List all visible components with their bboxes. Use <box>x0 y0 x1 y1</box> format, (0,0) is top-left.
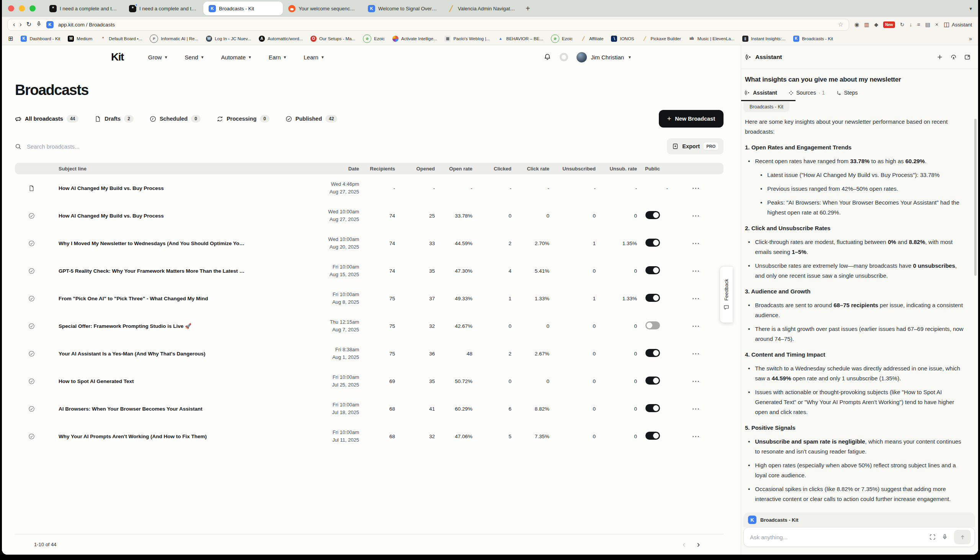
user-menu[interactable]: Jim Christian ▼ <box>576 52 632 62</box>
public-toggle[interactable] <box>645 322 660 331</box>
assistant-tab-steps[interactable]: Steps <box>836 90 858 96</box>
mic-icon[interactable] <box>942 534 948 540</box>
ask-input[interactable] <box>750 534 924 540</box>
broadcast-subject[interactable]: GPT-5 Reality Check: Why Your Framework … <box>48 268 245 274</box>
bookmarks-overflow-icon[interactable]: » <box>969 36 972 42</box>
feedback-tab[interactable]: Feedback <box>720 266 733 323</box>
bookmark-item[interactable]: ▮Instant Insights:... <box>742 36 786 42</box>
bookmark-item[interactable]: KDashboard - Kit <box>21 36 60 42</box>
broadcast-subject[interactable]: Why Your AI Prompts Aren't Working (And … <box>48 433 245 439</box>
public-toggle[interactable] <box>645 349 660 358</box>
broadcast-subject[interactable]: Special Offer: Framework Prompting Studi… <box>48 323 245 329</box>
broadcast-subject[interactable]: How to Spot AI Generated Text <box>48 378 245 384</box>
close-icon[interactable]: × <box>935 22 938 28</box>
table-row[interactable]: How AI Changed My Build vs. Buy ProcessW… <box>15 174 724 202</box>
bookmark-item[interactable]: AAutomattic/word... <box>259 36 303 42</box>
bookmark-item[interactable]: ▦Paolo's Weblog |... <box>444 36 490 42</box>
new-broadcast-button[interactable]: + New Broadcast <box>659 110 724 128</box>
toggle-on[interactable] <box>645 211 660 219</box>
extension-icon[interactable]: ◆ <box>874 22 878 28</box>
toggle-on[interactable] <box>645 432 660 440</box>
row-menu-icon[interactable]: ⋯ <box>692 404 700 413</box>
browser-tab[interactable]: Your welcome sequence isn' <box>283 2 362 15</box>
table-row[interactable]: Why Your AI Prompts Aren't Working (And … <box>15 422 724 450</box>
new-tab-button[interactable]: + <box>526 4 530 13</box>
reload-button[interactable]: ↻ <box>27 22 32 28</box>
broadcast-subject[interactable]: How AI Changed My Build vs. Buy Process <box>48 185 245 191</box>
row-menu-icon[interactable]: ⋯ <box>692 432 700 441</box>
browser-tab[interactable]: KBroadcasts - Kit <box>203 2 283 15</box>
toggle-on[interactable] <box>645 377 660 385</box>
mic-icon[interactable] <box>36 21 42 28</box>
toggle-on[interactable] <box>645 349 660 357</box>
public-toggle[interactable] <box>645 211 660 221</box>
public-toggle[interactable] <box>645 432 660 441</box>
close-window-button[interactable] <box>8 5 14 12</box>
public-toggle[interactable] <box>645 404 660 414</box>
nav-item-grow[interactable]: Grow▼ <box>148 54 168 60</box>
new-chat-icon[interactable] <box>937 54 943 60</box>
nav-item-earn[interactable]: Earn▼ <box>269 54 287 60</box>
progress-ring[interactable] <box>560 53 568 61</box>
scrollbar-thumb[interactable] <box>974 119 977 276</box>
browser-tab[interactable]: KWelcome to Signal Over Noi <box>362 2 442 15</box>
bookmark-item[interactable]: ▲BEHAVIOR – BE... <box>498 36 543 42</box>
row-menu-icon[interactable]: ⋯ <box>692 294 700 303</box>
bookmark-item[interactable]: OOur Setups - Ma... <box>311 36 355 42</box>
row-menu-icon[interactable]: ⋯ <box>692 322 700 330</box>
row-menu-icon[interactable]: ⋯ <box>692 377 700 386</box>
nav-item-learn[interactable]: Learn▼ <box>304 54 324 60</box>
tab-search-icon[interactable]: ▾ <box>969 6 972 12</box>
row-menu-icon[interactable]: ⋯ <box>692 211 700 220</box>
filter-tab-published[interactable]: Published42 <box>286 115 338 123</box>
table-row[interactable]: Your AI Assistant Is a Yes-Man (And Why … <box>15 340 724 367</box>
reload-extension-icon[interactable]: ↻ <box>900 22 905 28</box>
browser-assistant-button[interactable]: ◫ Assistant <box>943 22 973 28</box>
tab-grid-icon[interactable]: ▤ <box>925 22 930 28</box>
bookmark-item[interactable]: MMedium <box>68 36 92 42</box>
bookmark-item[interactable]: ⊘Ezoic <box>363 35 385 43</box>
table-row[interactable]: AI Browsers: When Your Browser Becomes Y… <box>15 395 724 422</box>
minimize-window-button[interactable] <box>19 5 25 12</box>
extension-icon[interactable]: ▥ <box>864 22 869 28</box>
toggle-on[interactable] <box>645 238 660 247</box>
back-button[interactable]: ‹ <box>13 22 15 28</box>
public-toggle[interactable] <box>645 266 660 276</box>
browser-tab[interactable]: *I need a complete and thoro <box>124 2 203 15</box>
bookmark-item[interactable]: ╱Affiliate <box>580 36 604 42</box>
apps-grid-icon[interactable]: ⊞ <box>8 36 13 42</box>
row-menu-icon[interactable]: ⋯ <box>692 349 700 358</box>
table-row[interactable]: How AI Changed My Build vs. Buy ProcessW… <box>15 202 724 230</box>
reading-list-icon[interactable]: ≡ <box>917 22 920 28</box>
bookmark-item[interactable]: ╱Pickaxe Builder <box>642 36 681 42</box>
download-icon[interactable]: ↓ <box>910 22 912 28</box>
public-toggle[interactable] <box>645 238 660 248</box>
broadcast-subject[interactable]: Your AI Assistant Is a Yes-Man (And Why … <box>48 351 245 357</box>
bookmark-star-icon[interactable]: ☆ <box>838 22 843 28</box>
broadcast-subject[interactable]: AI Browsers: When Your Browser Becomes Y… <box>48 406 245 412</box>
toggle-off[interactable] <box>645 322 660 329</box>
bookmark-item[interactable]: KBroadcasts - Kit <box>793 36 833 42</box>
notifications-bell-icon[interactable] <box>543 53 551 61</box>
row-menu-icon[interactable]: ⋯ <box>692 238 700 248</box>
assistant-tab-assistant[interactable]: Assistant <box>745 90 777 96</box>
broadcast-subject[interactable]: Why I Moved My Newsletter to Wednesdays … <box>48 240 245 246</box>
prev-page-icon[interactable]: ‹ <box>683 540 685 550</box>
filter-tab-drafts[interactable]: Drafts2 <box>95 115 134 123</box>
forward-button[interactable]: › <box>20 22 22 28</box>
context-attachment[interactable]: K Broadcasts - Kit <box>743 513 975 527</box>
bookmark-item[interactable]: Activate Intellige... <box>392 36 437 42</box>
row-menu-icon[interactable]: ⋯ <box>692 266 700 275</box>
assistant-tab-sources[interactable]: Sources· 1 <box>789 90 825 96</box>
kit-logo[interactable]: Kit <box>111 51 124 63</box>
support-icon[interactable] <box>950 54 957 60</box>
zoom-window-button[interactable] <box>30 5 36 12</box>
toggle-on[interactable] <box>645 266 660 274</box>
nav-item-automate[interactable]: Automate▼ <box>221 54 252 60</box>
bookmark-item[interactable]: ıılıMusic | ElevenLa... <box>689 36 735 42</box>
next-page-icon[interactable]: › <box>697 540 700 550</box>
nav-item-send[interactable]: Send▼ <box>185 54 204 60</box>
address-bar[interactable]: ‹ › ↻ K app.kit.com / Broadcasts ☆ <box>7 19 849 31</box>
export-button[interactable]: Export PRO <box>667 138 724 154</box>
toggle-on[interactable] <box>645 294 660 302</box>
